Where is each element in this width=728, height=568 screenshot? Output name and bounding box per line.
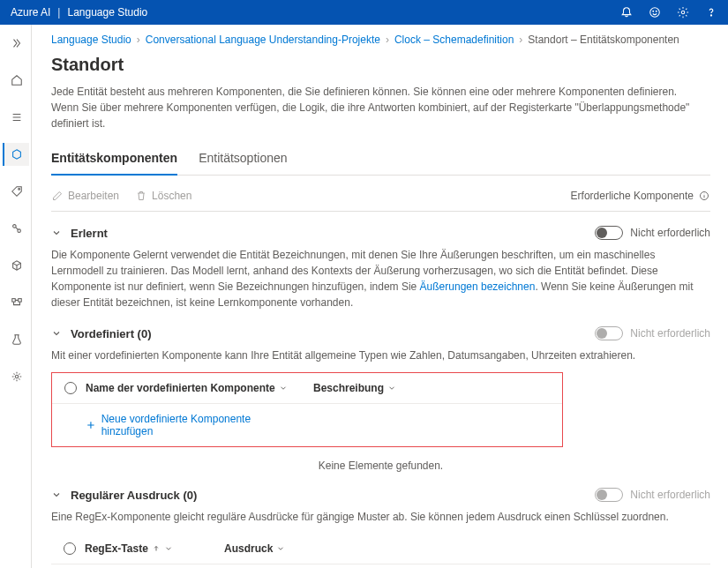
breadcrumb-link[interactable]: Language Studio [51,34,131,46]
section-learned-title: Erlernt [71,227,108,240]
col-desc-header[interactable]: Beschreibung [313,382,396,394]
help-icon[interactable] [705,6,717,19]
nav-list-icon[interactable] [3,106,29,129]
nav-expand-icon[interactable] [3,32,29,55]
nav-model-icon[interactable] [3,254,29,277]
regex-toggle-label: Nicht erforderlich [630,489,710,501]
section-learned-body: Die Komponente Gelernt verwendet die Ent… [51,247,704,310]
required-component-info: Erforderliche Komponente [571,190,710,202]
svg-point-1 [653,11,654,11]
main-content: Language Studio› Conversational Language… [32,25,728,568]
breadcrumb-link[interactable]: Conversational Language Understanding-Pr… [146,34,380,46]
label-utterances-link[interactable]: Äußerungen bezeichnen [420,280,536,293]
chevron-down-icon[interactable] [51,328,62,339]
tab-entity-options[interactable]: Entitätsoptionen [199,144,287,175]
page-title: Standort [51,55,710,75]
nav-test-icon[interactable] [3,328,29,351]
plus-icon [86,420,96,430]
feedback-smile-icon[interactable] [649,6,661,19]
brand-azure: Azure AI [11,6,50,19]
select-all-radio[interactable] [64,382,77,394]
chevron-down-icon [276,544,285,553]
side-nav [0,25,32,568]
breadcrumb: Language Studio› Conversational Language… [51,34,710,46]
delete-button[interactable]: Löschen [135,190,191,202]
col-name-header[interactable]: Name der vordefinierten Komponente [86,382,288,394]
sort-up-icon [152,544,161,553]
col-regex-key-header[interactable]: RegEx-Taste [85,542,173,555]
chevron-down-icon[interactable] [51,228,62,238]
notification-bell-icon[interactable] [620,6,633,19]
svg-point-7 [17,229,20,233]
settings-gear-icon[interactable] [677,6,689,19]
select-all-radio[interactable] [64,542,76,555]
svg-point-5 [18,189,19,191]
svg-point-0 [650,8,660,18]
svg-point-6 [12,225,16,228]
svg-rect-9 [18,299,21,303]
topbar-sep: | [57,6,60,19]
info-icon[interactable] [698,190,710,202]
breadcrumb-link[interactable]: Clock – Schemadefinition [394,34,514,46]
page-description: Jede Entität besteht aus mehreren Kompon… [51,84,704,131]
section-regex: Regulärer Ausdruck (0) Nicht erforderlic… [51,484,710,568]
section-predefined: Vordefiniert (0) Nicht erforderlich Mit … [51,323,710,472]
predef-required-toggle[interactable] [595,326,623,340]
section-regex-body: Eine RegEx-Komponente gleicht reguläre A… [51,509,704,525]
svg-point-2 [656,11,657,11]
tab-entity-components[interactable]: Entitätskomponenten [51,144,177,176]
predef-toggle-label: Nicht erforderlich [630,327,710,340]
chevron-down-icon [279,384,288,392]
section-regex-title: Regulärer Ausdruck (0) [71,489,197,502]
section-learned: Erlernt Nicht erforderlich Die Komponent… [51,222,710,310]
topbar: Azure AI | Language Studio [0,0,728,25]
svg-point-10 [15,375,19,378]
section-predefined-title: Vordefiniert (0) [71,327,152,340]
brand-product: Language Studio [67,6,147,19]
learned-toggle-label: Nicht erforderlich [630,227,710,239]
delete-label: Löschen [152,190,191,202]
predefined-empty-message: Keine Elemente gefunden. [51,460,710,472]
required-label: Erforderliche Komponente [571,190,694,202]
learned-required-toggle[interactable] [595,226,623,240]
svg-point-3 [681,11,685,14]
nav-train-icon[interactable] [3,217,29,240]
svg-point-4 [710,15,711,16]
edit-label: Bearbeiten [68,190,119,202]
chevron-down-icon [387,384,396,392]
nav-tag-icon[interactable] [3,180,29,203]
tabs: Entitätskomponenten Entitätsoptionen [51,144,710,176]
regex-required-toggle[interactable] [595,488,623,502]
edit-button[interactable]: Bearbeiten [51,190,119,202]
col-expression-header[interactable]: Ausdruck [224,542,285,555]
chevron-down-icon [164,544,173,553]
chevron-down-icon[interactable] [51,490,62,500]
section-predefined-body: Mit einer vordefinierten Komponente kann… [51,348,704,363]
svg-rect-8 [11,299,15,303]
edit-pencil-icon [51,190,64,202]
regex-table-header: RegEx-Taste Ausdruck [51,534,710,564]
breadcrumb-current: Standort – Entitätskomponenten [528,34,679,46]
predefined-highlight-box: Name der vordefinierten Komponente Besch… [51,372,563,447]
predefined-table-header: Name der vordefinierten Komponente Besch… [52,373,562,404]
nav-home-icon[interactable] [3,69,29,92]
nav-schema-icon[interactable] [3,143,29,166]
nav-performance-icon[interactable] [3,291,29,314]
delete-trash-icon [135,190,147,202]
toolbar: Bearbeiten Löschen Erforderliche Kompone… [51,184,710,212]
nav-deploy-gear-icon[interactable] [3,365,29,388]
add-predefined-button[interactable]: Neue vordefinierte Komponente hinzufügen [86,413,303,437]
